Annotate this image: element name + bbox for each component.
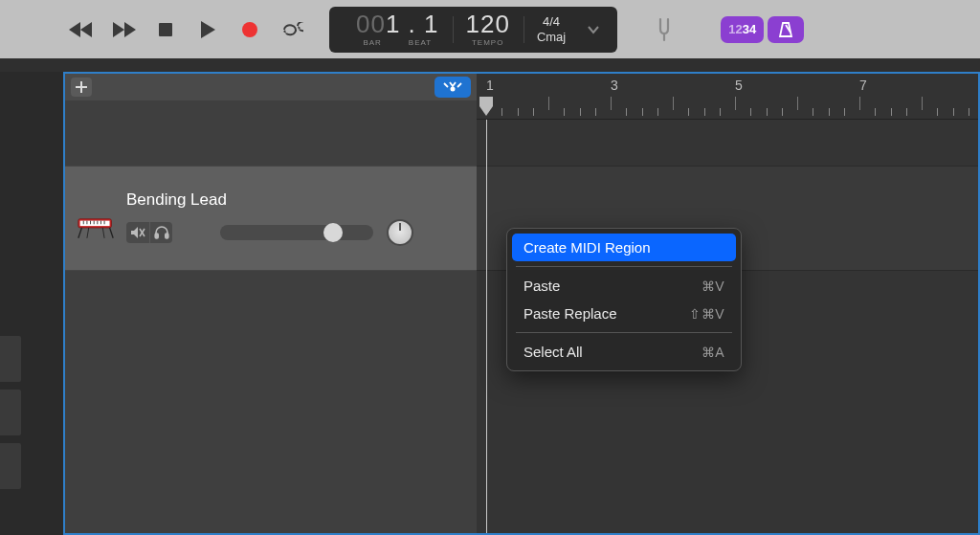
lcd-beat-label: BEAT — [409, 38, 432, 47]
svg-line-16 — [102, 228, 104, 238]
pan-knob[interactable] — [387, 219, 413, 246]
volume-thumb[interactable] — [323, 223, 343, 242]
display-mode-group: 1234 — [721, 16, 804, 43]
side-stub[interactable] — [0, 336, 21, 382]
lcd-tempo-label: TEMPO — [472, 38, 503, 47]
lcd-bar-value: 00 — [356, 10, 386, 38]
metronome-button[interactable] — [768, 16, 804, 43]
svg-rect-0 — [159, 23, 172, 36]
rewind-button[interactable] — [67, 15, 96, 44]
lcd-position[interactable]: 001 . 1 BAR BEAT — [343, 11, 453, 49]
workspace: 1 3 5 7 — [0, 58, 980, 535]
count-in-button[interactable]: 1234 — [721, 16, 764, 43]
top-toolbar: 001 . 1 BAR BEAT 120 TEMPO 4/4 Cmaj 1234 — [0, 0, 980, 58]
lcd-tempo[interactable]: 120 TEMPO — [453, 11, 523, 49]
side-panel-stubs — [0, 336, 21, 497]
ruler-number: 5 — [735, 78, 743, 93]
track-header[interactable]: Bending Lead — [65, 166, 477, 271]
svg-line-13 — [78, 228, 82, 238]
track-filter-button[interactable] — [434, 77, 471, 98]
stop-button[interactable] — [151, 15, 180, 44]
lcd-signature-key[interactable]: 4/4 Cmaj — [523, 11, 579, 49]
menu-item-paste-replace[interactable]: Paste Replace ⇧⌘V — [512, 300, 736, 327]
svg-line-14 — [110, 228, 114, 238]
lcd-tempo-value: 120 — [466, 11, 510, 36]
svg-rect-5 — [80, 221, 110, 226]
lcd-beat-value: 1 . 1 — [386, 10, 439, 38]
solo-headphones-button[interactable] — [149, 222, 172, 243]
menu-shortcut: ⌘V — [702, 279, 724, 294]
menu-item-paste[interactable]: Paste ⌘V — [512, 272, 736, 300]
track-header-toolbar — [65, 74, 477, 100]
menu-item-create-midi-region[interactable]: Create MIDI Region — [512, 234, 736, 261]
menu-shortcut: ⇧⌘V — [689, 306, 724, 322]
menu-item-label: Paste Replace — [523, 305, 617, 322]
record-button[interactable] — [235, 15, 264, 44]
svg-point-1 — [242, 22, 257, 37]
volume-slider[interactable] — [220, 225, 373, 240]
lcd-time-signature: 4/4 — [543, 14, 560, 30]
cycle-button[interactable] — [278, 15, 306, 44]
ruler-number: 3 — [611, 78, 618, 93]
instrument-icon — [77, 208, 115, 246]
context-menu: Create MIDI Region Paste ⌘V Paste Replac… — [506, 228, 742, 371]
menu-item-label: Select All — [523, 344, 583, 360]
ruler-number: 1 — [486, 78, 494, 93]
svg-rect-20 — [165, 234, 167, 238]
add-track-button[interactable] — [71, 78, 92, 97]
menu-item-label: Paste — [523, 278, 560, 294]
lcd-dropdown-chevron[interactable] — [579, 11, 608, 49]
svg-point-2 — [451, 87, 456, 92]
side-stub[interactable] — [0, 443, 21, 489]
side-stub[interactable] — [0, 390, 21, 435]
tuner-button[interactable] — [650, 17, 679, 42]
fast-forward-button[interactable] — [109, 15, 138, 44]
ruler-number: 7 — [859, 78, 867, 93]
svg-rect-19 — [155, 234, 158, 238]
lcd-bar-label: BAR — [363, 38, 381, 47]
menu-separator — [516, 332, 732, 333]
playhead-marker-icon[interactable] — [478, 95, 495, 122]
menu-shortcut: ⌘A — [702, 345, 724, 360]
play-button[interactable] — [193, 15, 222, 44]
track-name-label: Bending Lead — [126, 190, 465, 210]
lcd-display: 001 . 1 BAR BEAT 120 TEMPO 4/4 Cmaj — [329, 7, 617, 53]
lcd-key: Cmaj — [537, 30, 566, 45]
menu-item-label: Create MIDI Region — [523, 239, 651, 256]
mute-button[interactable] — [126, 222, 149, 243]
timeline-ruler[interactable]: 1 3 5 7 — [477, 74, 978, 120]
menu-separator — [516, 266, 732, 267]
menu-item-select-all[interactable]: Select All ⌘A — [512, 338, 736, 366]
svg-line-15 — [87, 228, 89, 238]
